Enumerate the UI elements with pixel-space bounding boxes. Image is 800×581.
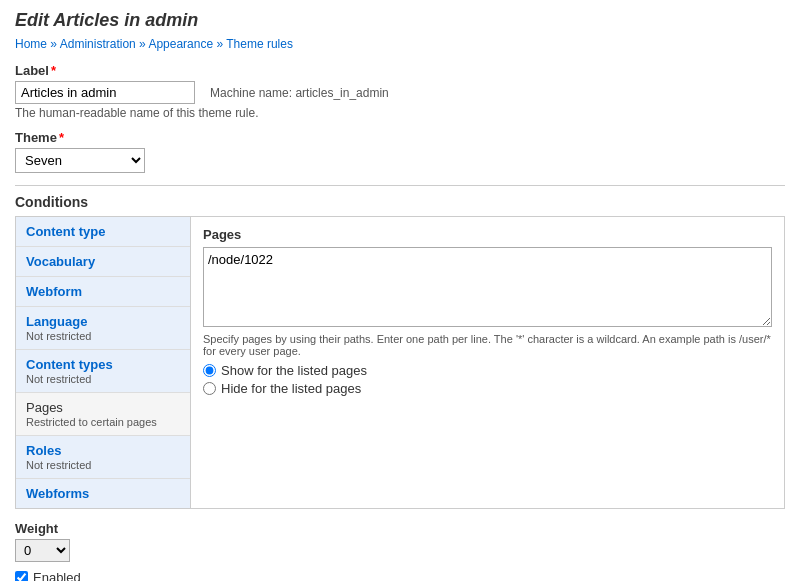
radio-show-row: Show for the listed pages xyxy=(203,363,772,378)
page-title: Edit Articles in admin xyxy=(15,10,785,31)
condition-webforms-link[interactable]: Webforms xyxy=(26,486,89,501)
label-input[interactable] xyxy=(15,81,195,104)
theme-field-label: Theme* xyxy=(15,130,785,145)
theme-section: Theme* Seven xyxy=(15,130,785,173)
label-field-label: Label* xyxy=(15,63,785,78)
breadcrumb-appearance[interactable]: Appearance xyxy=(148,37,213,51)
radio-show[interactable] xyxy=(203,364,216,377)
conditions-layout: Content type Vocabulary Webform Language… xyxy=(15,216,785,509)
pages-label: Pages xyxy=(203,227,772,242)
radio-group: Show for the listed pages Hide for the l… xyxy=(203,363,772,396)
condition-content-types-link[interactable]: Content types xyxy=(26,357,113,372)
condition-webform-link[interactable]: Webform xyxy=(26,284,82,299)
label-required: * xyxy=(51,63,56,78)
condition-roles-link[interactable]: Roles xyxy=(26,443,61,458)
radio-show-label: Show for the listed pages xyxy=(221,363,367,378)
radio-hide[interactable] xyxy=(203,382,216,395)
conditions-label: Conditions xyxy=(15,185,785,210)
condition-content-type-link[interactable]: Content type xyxy=(26,224,105,239)
condition-pages-label: Pages xyxy=(26,400,63,415)
condition-webform[interactable]: Webform xyxy=(16,277,190,307)
condition-language-sub: Not restricted xyxy=(26,330,180,342)
condition-vocabulary[interactable]: Vocabulary xyxy=(16,247,190,277)
condition-content-types[interactable]: Content types Not restricted xyxy=(16,350,190,393)
condition-language[interactable]: Language Not restricted xyxy=(16,307,190,350)
condition-pages-sub: Restricted to certain pages xyxy=(26,416,180,428)
radio-hide-row: Hide for the listed pages xyxy=(203,381,772,396)
label-section: Label* Machine name: articles_in_admin T… xyxy=(15,63,785,120)
enabled-label: Enabled xyxy=(33,570,81,581)
breadcrumb-theme-rules[interactable]: Theme rules xyxy=(226,37,293,51)
weight-label: Weight xyxy=(15,521,785,536)
enabled-row: Enabled xyxy=(15,570,785,581)
condition-roles[interactable]: Roles Not restricted xyxy=(16,436,190,479)
condition-webforms[interactable]: Webforms xyxy=(16,479,190,508)
weight-section: Weight 0 xyxy=(15,521,785,562)
condition-content-types-sub: Not restricted xyxy=(26,373,180,385)
condition-roles-sub: Not restricted xyxy=(26,459,180,471)
machine-name-display: Machine name: articles_in_admin xyxy=(210,86,389,100)
theme-select[interactable]: Seven xyxy=(15,148,145,173)
condition-pages[interactable]: Pages Restricted to certain pages xyxy=(16,393,190,436)
condition-vocabulary-link[interactable]: Vocabulary xyxy=(26,254,95,269)
breadcrumb-home[interactable]: Home xyxy=(15,37,47,51)
radio-hide-label: Hide for the listed pages xyxy=(221,381,361,396)
conditions-content: Pages /node/1022 Specify pages by using … xyxy=(191,217,784,508)
theme-required: * xyxy=(59,130,64,145)
weight-select[interactable]: 0 xyxy=(15,539,70,562)
label-description: The human-readable name of this theme ru… xyxy=(15,106,785,120)
enabled-checkbox[interactable] xyxy=(15,571,28,581)
pages-textarea[interactable]: /node/1022 xyxy=(203,247,772,327)
condition-language-link[interactable]: Language xyxy=(26,314,87,329)
condition-content-type[interactable]: Content type xyxy=(16,217,190,247)
breadcrumb-admin[interactable]: Administration xyxy=(60,37,136,51)
conditions-sidebar: Content type Vocabulary Webform Language… xyxy=(16,217,191,508)
breadcrumb: Home » Administration » Appearance » The… xyxy=(15,37,785,51)
pages-description: Specify pages by using their paths. Ente… xyxy=(203,333,772,357)
